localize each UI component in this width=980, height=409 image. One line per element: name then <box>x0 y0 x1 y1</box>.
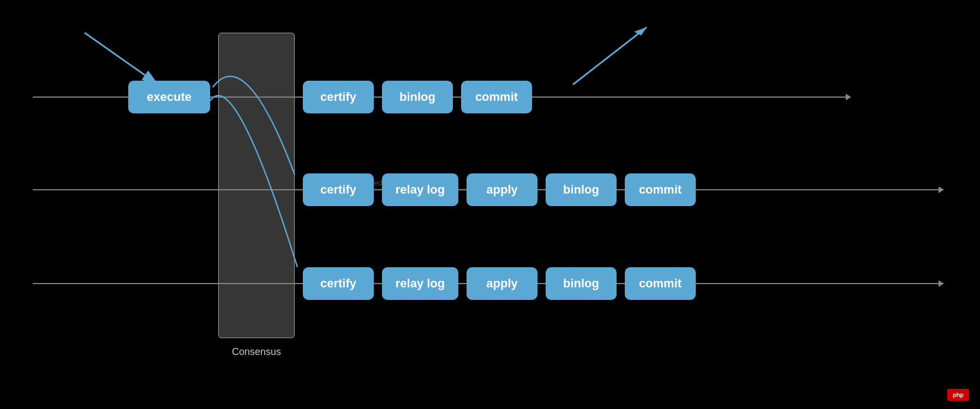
r1-binlog-label: binlog <box>399 90 435 104</box>
r3-binlog-label: binlog <box>563 276 599 291</box>
r2-certify-label: certify <box>320 183 356 197</box>
svg-line-20 <box>85 33 158 85</box>
r3-relaylog-label: relay log <box>396 276 445 291</box>
r3-certify-node: certify <box>303 267 374 300</box>
r1-certify-label: certify <box>320 90 356 104</box>
php-label: php <box>953 392 964 398</box>
diagram-container: http://blue-redo.net/mongodb execute cer… <box>0 0 980 409</box>
r3-apply-label: apply <box>486 276 517 291</box>
svg-marker-22 <box>634 27 647 35</box>
r1-binlog-node: binlog <box>382 81 453 113</box>
execute-label: execute <box>147 90 192 104</box>
r3-commit-label: commit <box>639 276 682 291</box>
r3-apply-node: apply <box>467 267 537 300</box>
r2-certify-node: certify <box>303 173 374 206</box>
r2-binlog-node: binlog <box>546 173 617 206</box>
r2-apply-label: apply <box>486 183 517 197</box>
r2-commit-node: commit <box>625 173 696 206</box>
r3-binlog-node: binlog <box>546 267 617 300</box>
execute-node: execute <box>128 81 210 113</box>
r2-relaylog-node: relay log <box>382 173 458 206</box>
r2-apply-node: apply <box>467 173 537 206</box>
r1-commit-node: commit <box>461 81 532 113</box>
svg-marker-5 <box>846 94 851 100</box>
r2-commit-label: commit <box>639 183 682 197</box>
php-badge: php <box>947 389 969 401</box>
consensus-label: Consensus <box>218 346 295 358</box>
r3-certify-label: certify <box>320 276 356 291</box>
svg-marker-19 <box>939 280 944 287</box>
r3-commit-node: commit <box>625 267 696 300</box>
svg-marker-12 <box>939 187 944 193</box>
svg-line-21 <box>573 27 647 85</box>
r1-commit-label: commit <box>475 90 518 104</box>
r2-relaylog-label: relay log <box>396 183 445 197</box>
r2-binlog-label: binlog <box>563 183 599 197</box>
r1-certify-node: certify <box>303 81 374 113</box>
r3-relaylog-node: relay log <box>382 267 458 300</box>
